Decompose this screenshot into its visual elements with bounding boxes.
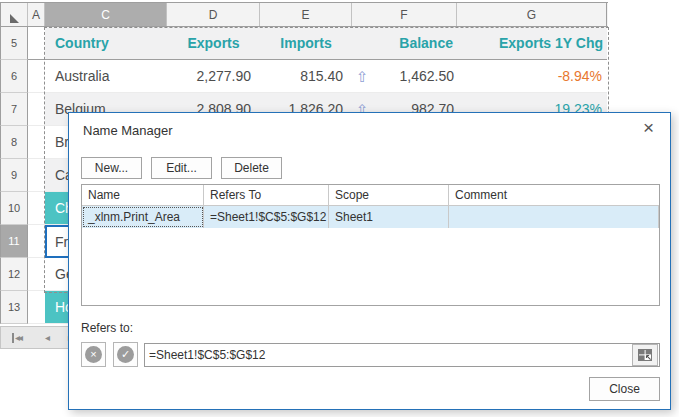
select-all-button[interactable] bbox=[0, 3, 28, 26]
cell-E6[interactable]: 815.40 bbox=[260, 60, 352, 93]
select-range-button[interactable] bbox=[632, 344, 658, 366]
screen: ACDEFG 5CountryExportsImportsBalanceExpo… bbox=[0, 0, 679, 417]
up-arrow-icon: ⇧ bbox=[356, 69, 369, 84]
names-table: Name Refers To Scope Comment _xlnm.Print… bbox=[81, 184, 660, 306]
close-icon[interactable]: × bbox=[635, 115, 662, 141]
column-header-scope[interactable]: Scope bbox=[329, 185, 449, 205]
cell-A7[interactable] bbox=[28, 93, 45, 126]
table-row[interactable]: _xlnm.Print_Area =Sheet1!$C$5:$G$12 Shee… bbox=[82, 206, 659, 228]
confirm-button[interactable]: ✓ bbox=[113, 342, 138, 367]
row-header-8[interactable]: 8 bbox=[0, 126, 28, 159]
cell-G5[interactable]: Exports 1Y Chg bbox=[457, 27, 607, 60]
column-header-name[interactable]: Name bbox=[82, 185, 204, 205]
cell-A5[interactable] bbox=[28, 27, 45, 60]
sheet-row-5: 5CountryExportsImportsBalanceExports 1Y … bbox=[0, 27, 608, 60]
cell-E5[interactable]: Imports bbox=[260, 27, 352, 60]
row-header-13[interactable]: 13 bbox=[0, 291, 28, 324]
cell-A11[interactable] bbox=[28, 225, 45, 258]
cell-A8[interactable] bbox=[28, 126, 45, 159]
new-button[interactable]: New... bbox=[81, 157, 142, 179]
cell-A12[interactable] bbox=[28, 258, 45, 291]
name-manager-dialog: Name Manager × New... Edit... Delete Nam… bbox=[68, 112, 671, 410]
refers-to-field-wrap bbox=[144, 343, 660, 367]
row-header-10[interactable]: 10 bbox=[0, 192, 28, 225]
cell-F5[interactable]: Balance bbox=[352, 27, 457, 60]
cell-D5[interactable]: Exports bbox=[167, 27, 260, 60]
column-header-C[interactable]: C bbox=[45, 3, 167, 26]
nav-first-sheet-icon[interactable]: ◂◂ bbox=[12, 333, 21, 343]
names-table-header: Name Refers To Scope Comment bbox=[82, 185, 659, 206]
column-header-A[interactable]: A bbox=[28, 3, 45, 26]
column-header-E[interactable]: E bbox=[260, 3, 352, 26]
balance-value: 1,462.50 bbox=[400, 68, 455, 84]
confirm-icon: ✓ bbox=[117, 346, 134, 363]
dialog-title: Name Manager bbox=[83, 123, 173, 138]
column-headers: ACDEFG bbox=[28, 3, 607, 26]
cancel-button[interactable]: × bbox=[81, 342, 106, 367]
refers-to-input[interactable] bbox=[145, 344, 632, 366]
row-header-9[interactable]: 9 bbox=[0, 159, 28, 192]
cell-D6[interactable]: 2,277.90 bbox=[167, 60, 260, 93]
refers-to-label: Refers to: bbox=[81, 321, 133, 335]
select-all-triangle-icon bbox=[10, 14, 19, 23]
cell-A6[interactable] bbox=[28, 60, 45, 93]
column-header-strip: ACDEFG bbox=[0, 2, 608, 27]
nav-prev-sheet-icon[interactable]: ◂ bbox=[45, 333, 50, 343]
cell-C6[interactable]: Australia bbox=[45, 60, 167, 93]
row-header-11[interactable]: 11 bbox=[0, 225, 28, 258]
close-button[interactable]: Close bbox=[589, 377, 660, 401]
comment-cell[interactable] bbox=[449, 206, 659, 228]
cell-A13[interactable] bbox=[28, 291, 45, 324]
row-header-5[interactable]: 5 bbox=[0, 27, 28, 60]
scope-cell[interactable]: Sheet1 bbox=[329, 206, 449, 228]
cell-A9[interactable] bbox=[28, 159, 45, 192]
column-header-comment[interactable]: Comment bbox=[449, 185, 659, 205]
cell-C5[interactable]: Country bbox=[45, 27, 167, 60]
column-header-F[interactable]: F bbox=[352, 3, 457, 26]
name-cell[interactable]: _xlnm.Print_Area bbox=[82, 206, 204, 228]
cell-A10[interactable] bbox=[28, 192, 45, 225]
cancel-icon: × bbox=[85, 346, 102, 363]
range-select-grid-icon bbox=[638, 349, 652, 361]
row-header-12[interactable]: 12 bbox=[0, 258, 28, 291]
column-header-D[interactable]: D bbox=[167, 3, 260, 26]
edit-button[interactable]: Edit... bbox=[151, 157, 212, 179]
row-header-6[interactable]: 6 bbox=[0, 60, 28, 93]
sheet-row-6: 6Australia2,277.90815.40⇧1,462.50-8.94% bbox=[0, 60, 608, 93]
column-header-refers-to[interactable]: Refers To bbox=[204, 185, 329, 205]
column-header-G[interactable]: G bbox=[457, 3, 607, 26]
delete-button[interactable]: Delete bbox=[221, 157, 282, 179]
cell-F6[interactable]: ⇧1,462.50 bbox=[352, 60, 457, 93]
refers-to-cell[interactable]: =Sheet1!$C$5:$G$12 bbox=[204, 206, 329, 228]
row-header-7[interactable]: 7 bbox=[0, 93, 28, 126]
cell-G6[interactable]: -8.94% bbox=[457, 60, 607, 93]
